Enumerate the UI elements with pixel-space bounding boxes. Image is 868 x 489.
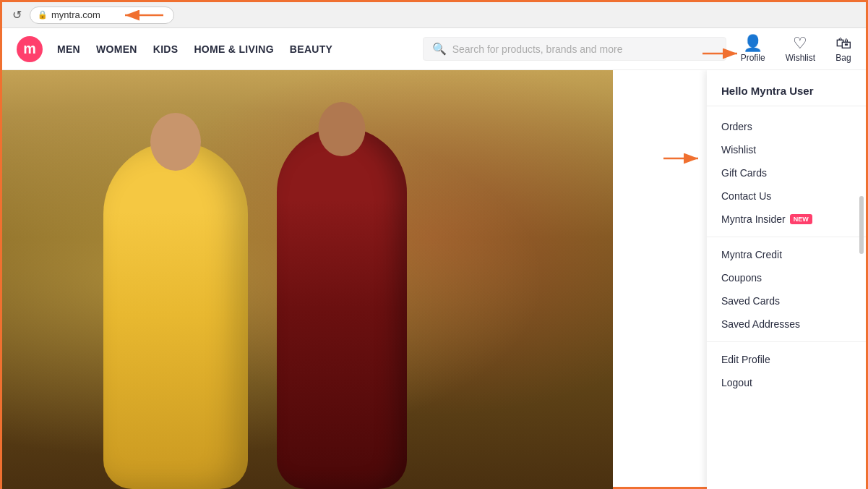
dropdown-greeting: Hello Myntra User — [707, 82, 866, 106]
browser-bar: ↺ 🔒 myntra.com — [2, 2, 866, 28]
navbar: m MEN WOMEN KIDS HOME & LIVING BEAUTY 🔍 … — [2, 28, 866, 70]
nav-home-living[interactable]: HOME & LIVING — [194, 43, 273, 55]
hero-image-inner — [2, 70, 613, 489]
nav-actions: 👤 Profile ♡ Wishlist 🛍 Bag — [741, 35, 851, 63]
nav-men[interactable]: MEN — [57, 43, 80, 55]
figure-left — [103, 142, 248, 489]
url-text: myntra.com — [51, 9, 100, 20]
bag-icon: 🛍 — [835, 35, 851, 51]
nav-links: MEN WOMEN KIDS HOME & LIVING BEAUTY — [57, 43, 423, 55]
myntra-logo[interactable]: m — [17, 36, 43, 62]
dropdown-coupons[interactable]: Coupons — [707, 266, 866, 289]
dropdown-saved-addresses[interactable]: Saved Addresses — [707, 312, 866, 336]
lock-icon: 🔒 — [38, 10, 48, 20]
nav-women[interactable]: WOMEN — [96, 43, 137, 55]
nav-beauty[interactable]: BEAUTY — [290, 43, 332, 55]
search-bar[interactable]: 🔍 Search for products, brands and more — [423, 37, 726, 61]
search-icon: 🔍 — [432, 42, 447, 56]
dropdown-orders[interactable]: Orders — [707, 115, 866, 138]
dropdown-panel: Hello Myntra User Orders Wishlist Gift C… — [707, 70, 866, 489]
dropdown-section-1: Orders Wishlist Gift Cards Contact Us My… — [707, 109, 866, 237]
wishlist-button[interactable]: ♡ Wishlist — [786, 35, 815, 63]
main-content: Hello Myntra User Orders Wishlist Gift C… — [2, 70, 866, 489]
wishlist-label: Wishlist — [786, 53, 815, 63]
dropdown-section-2: Myntra Credit Coupons Saved Cards Saved … — [707, 237, 866, 342]
bag-button[interactable]: 🛍 Bag — [835, 35, 851, 63]
figure-left-head — [150, 113, 201, 171]
wishlist-icon: ♡ — [793, 35, 807, 51]
dropdown-myntra-insider[interactable]: Myntra Insider New — [707, 208, 866, 231]
page-wrapper: ↺ 🔒 myntra.com m MEN WOMEN KIDS HOME & — [0, 0, 868, 489]
svg-text:m: m — [23, 41, 36, 56]
dropdown-wishlist[interactable]: Wishlist — [707, 138, 866, 161]
hero-image — [2, 70, 613, 489]
url-arrow-annotation — [114, 6, 165, 25]
figure-right-head — [319, 102, 366, 156]
dropdown-saved-cards[interactable]: Saved Cards — [707, 289, 866, 312]
dropdown-edit-profile[interactable]: Edit Profile — [707, 348, 866, 371]
profile-icon: 👤 — [743, 35, 762, 51]
scrollbar[interactable] — [859, 196, 864, 254]
orders-arrow-annotation — [662, 148, 705, 169]
dropdown-gift-cards[interactable]: Gift Cards — [707, 161, 866, 184]
profile-button[interactable]: 👤 Profile — [741, 35, 765, 63]
new-badge: New — [790, 214, 812, 224]
dropdown-logout[interactable]: Logout — [707, 371, 866, 394]
bag-label: Bag — [835, 53, 851, 63]
profile-arrow-annotation — [701, 41, 744, 66]
profile-label: Profile — [741, 53, 765, 63]
dropdown-myntra-credit[interactable]: Myntra Credit — [707, 243, 866, 266]
refresh-button[interactable]: ↺ — [9, 8, 24, 22]
dropdown-contact-us[interactable]: Contact Us — [707, 184, 866, 208]
search-placeholder-text: Search for products, brands and more — [452, 43, 623, 55]
dropdown-section-3: Edit Profile Logout — [707, 342, 866, 400]
nav-kids[interactable]: KIDS — [153, 43, 179, 55]
figure-right — [277, 127, 407, 489]
